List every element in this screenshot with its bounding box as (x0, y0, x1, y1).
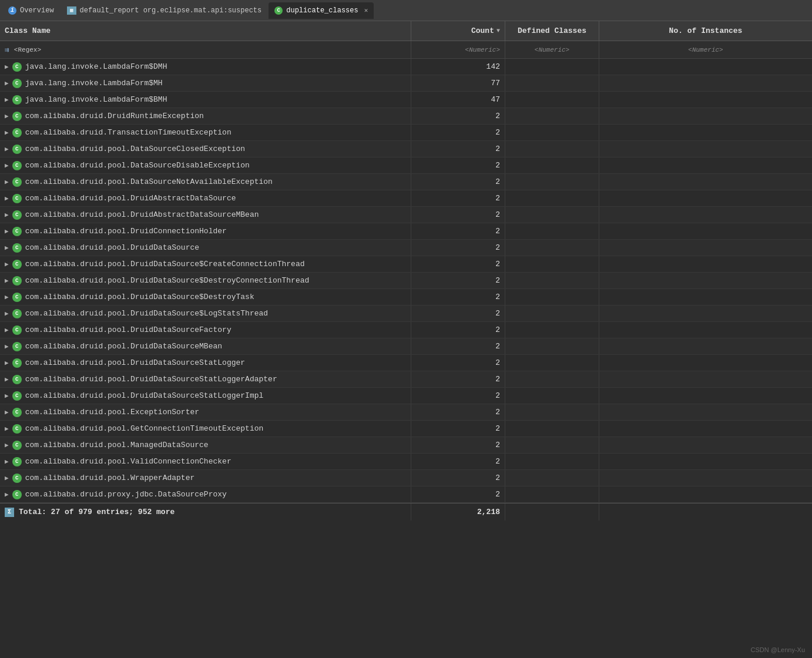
table-row[interactable]: ▶ C com.alibaba.druid.pool.DruidDataSour… (0, 388, 812, 404)
expand-arrow-icon[interactable]: ▶ (5, 326, 9, 334)
table-row[interactable]: ▶ C com.alibaba.druid.pool.ExceptionSort… (0, 404, 812, 421)
col-header-defined-classes[interactable]: Defined Classes (505, 21, 599, 41)
tab-duplicate-classes[interactable]: C duplicate_classes ✕ (269, 2, 374, 19)
expand-arrow-icon[interactable]: ▶ (5, 491, 9, 498)
expand-arrow-icon[interactable]: ▶ (5, 408, 9, 416)
filter-count-cell[interactable]: <Numeric> (411, 41, 505, 58)
expand-arrow-icon[interactable]: ▶ (5, 310, 9, 317)
cell-defined (505, 306, 599, 321)
table-row[interactable]: ▶ C com.alibaba.druid.proxy.jdbc.DataSou… (0, 486, 812, 503)
filter-defined-cell[interactable]: <Numeric> (505, 41, 599, 58)
table-row[interactable]: ▶ C com.alibaba.druid.pool.DruidDataSour… (0, 240, 812, 256)
cell-count: 2 (411, 322, 505, 338)
table-row[interactable]: ▶ C com.alibaba.druid.pool.GetConnection… (0, 421, 812, 437)
col-header-class-name[interactable]: Class Name (0, 21, 411, 41)
cell-class-name: ▶ C com.alibaba.druid.TransactionTimeout… (0, 125, 411, 140)
expand-arrow-icon[interactable]: ▶ (5, 112, 9, 120)
table-row[interactable]: ▶ C java.lang.invoke.LambdaForm$DMH 142 (0, 59, 812, 75)
tab-close-button[interactable]: ✕ (364, 6, 368, 14)
table-row[interactable]: ▶ C com.alibaba.druid.pool.DruidDataSour… (0, 371, 812, 388)
footer-cell-defined (505, 503, 599, 521)
watermark: CSDN @Lenny-Xu (751, 646, 805, 653)
expand-arrow-icon[interactable]: ▶ (5, 145, 9, 153)
table-row[interactable]: ▶ C java.lang.invoke.LambdaForm$MH 77 (0, 75, 812, 92)
table-row[interactable]: ▶ C com.alibaba.druid.TransactionTimeout… (0, 125, 812, 141)
cell-class-name: ▶ C com.alibaba.druid.pool.DruidDataSour… (0, 338, 411, 354)
table-row[interactable]: ▶ C com.alibaba.druid.pool.DruidDataSour… (0, 289, 812, 306)
cell-count: 2 (411, 174, 505, 190)
expand-arrow-icon[interactable]: ▶ (5, 63, 9, 70)
table-row[interactable]: ▶ C com.alibaba.druid.pool.DruidDataSour… (0, 322, 812, 338)
expand-arrow-icon[interactable]: ▶ (5, 343, 9, 350)
expand-arrow-icon[interactable]: ▶ (5, 129, 9, 136)
table-row[interactable]: ▶ C com.alibaba.druid.DruidRuntimeExcept… (0, 108, 812, 125)
cell-count: 2 (411, 223, 505, 239)
expand-arrow-icon[interactable]: ▶ (5, 178, 9, 186)
class-name-text: com.alibaba.druid.proxy.jdbc.DataSourceP… (25, 490, 227, 499)
cell-class-name: ▶ C java.lang.invoke.LambdaForm$BMH (0, 92, 411, 108)
table-row[interactable]: ▶ C com.alibaba.druid.pool.WrapperAdapte… (0, 470, 812, 486)
class-c-icon: C (12, 95, 22, 105)
tab-bar: i Overview ▦ default_report org.eclipse.… (0, 0, 812, 21)
table-row[interactable]: ▶ C com.alibaba.druid.pool.DataSourceDis… (0, 157, 812, 174)
expand-arrow-icon[interactable]: ▶ (5, 392, 9, 400)
table-row[interactable]: ▶ C com.alibaba.druid.pool.DataSourceNot… (0, 174, 812, 190)
table-row[interactable]: ▶ C com.alibaba.druid.pool.ManagedDataSo… (0, 437, 812, 454)
cell-class-name: ▶ C com.alibaba.druid.pool.DruidDataSour… (0, 273, 411, 288)
table-row[interactable]: ▶ C com.alibaba.druid.pool.DruidConnecti… (0, 223, 812, 240)
cell-count: 2 (411, 388, 505, 404)
tab-default-report[interactable]: ▦ default_report org.eclipse.mat.api:sus… (61, 2, 268, 19)
cell-class-name: ▶ C java.lang.invoke.LambdaForm$DMH (0, 59, 411, 75)
cell-defined (505, 421, 599, 437)
expand-arrow-icon[interactable]: ▶ (5, 277, 9, 284)
footer-cell-instances (599, 503, 812, 521)
expand-arrow-icon[interactable]: ▶ (5, 375, 9, 383)
expand-arrow-icon[interactable]: ▶ (5, 359, 9, 367)
expand-arrow-icon[interactable]: ▶ (5, 96, 9, 103)
cell-count: 2 (411, 355, 505, 371)
cell-class-name: ▶ C com.alibaba.druid.pool.ManagedDataSo… (0, 437, 411, 453)
expand-arrow-icon[interactable]: ▶ (5, 194, 9, 202)
expand-arrow-icon[interactable]: ▶ (5, 227, 9, 235)
expand-arrow-icon[interactable]: ▶ (5, 211, 9, 219)
cell-instances (599, 470, 812, 486)
expand-arrow-icon[interactable]: ▶ (5, 474, 9, 482)
class-c-icon: C (12, 243, 22, 253)
tab-overview[interactable]: i Overview (2, 2, 60, 19)
table-row[interactable]: ▶ C com.alibaba.druid.pool.DruidDataSour… (0, 273, 812, 289)
table-row[interactable]: ▶ C com.alibaba.druid.pool.DruidAbstract… (0, 207, 812, 223)
expand-arrow-icon[interactable]: ▶ (5, 260, 9, 268)
expand-arrow-icon[interactable]: ▶ (5, 458, 9, 465)
expand-arrow-icon[interactable]: ▶ (5, 162, 9, 169)
table-row[interactable]: ▶ C com.alibaba.druid.pool.ValidConnecti… (0, 454, 812, 470)
expand-arrow-icon[interactable]: ▶ (5, 293, 9, 301)
cell-instances (599, 125, 812, 140)
expand-arrow-icon[interactable]: ▶ (5, 441, 9, 449)
table-row[interactable]: ▶ C com.alibaba.druid.pool.DruidDataSour… (0, 306, 812, 322)
table-row[interactable]: ▶ C com.alibaba.druid.pool.DataSourceClo… (0, 141, 812, 157)
table-row[interactable]: ▶ C com.alibaba.druid.pool.DruidDataSour… (0, 355, 812, 371)
class-name-text: java.lang.invoke.LambdaForm$MH (25, 79, 163, 88)
cell-defined (505, 223, 599, 239)
col-header-count[interactable]: Count ▼ (411, 21, 505, 41)
cell-defined (505, 190, 599, 206)
cell-count: 2 (411, 125, 505, 140)
cell-class-name: ▶ C com.alibaba.druid.pool.GetConnection… (0, 421, 411, 437)
class-c-icon: C (12, 424, 22, 434)
class-name-text: com.alibaba.druid.pool.DruidDataSourceFa… (25, 325, 231, 334)
cell-instances (599, 306, 812, 321)
col-header-no-instances[interactable]: No. of Instances (599, 21, 812, 41)
expand-arrow-icon[interactable]: ▶ (5, 79, 9, 87)
filter-instances-cell[interactable]: <Numeric> (599, 41, 812, 58)
expand-arrow-icon[interactable]: ▶ (5, 244, 9, 251)
cell-instances (599, 256, 812, 272)
table-row[interactable]: ▶ C com.alibaba.druid.pool.DruidDataSour… (0, 256, 812, 273)
expand-arrow-icon[interactable]: ▶ (5, 425, 9, 432)
table-row[interactable]: ▶ C com.alibaba.druid.pool.DruidAbstract… (0, 190, 812, 207)
table-row[interactable]: ▶ C java.lang.invoke.LambdaForm$BMH 47 (0, 92, 812, 108)
class-name-text: com.alibaba.druid.pool.ManagedDataSource (25, 441, 209, 449)
cell-instances (599, 59, 812, 75)
filter-class-cell[interactable]: ⇉ <Regex> (0, 41, 411, 58)
cell-instances (599, 388, 812, 404)
table-row[interactable]: ▶ C com.alibaba.druid.pool.DruidDataSour… (0, 338, 812, 355)
